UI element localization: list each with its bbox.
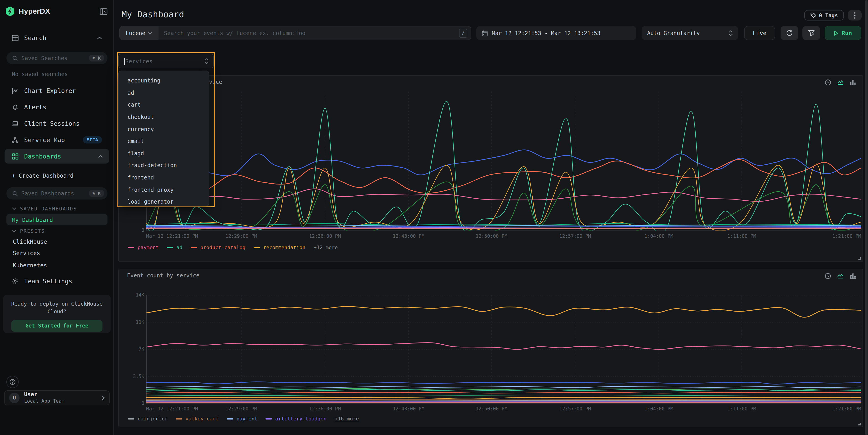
legend-item[interactable]: product-catalog: [191, 245, 245, 251]
y-tick-label: 0: [142, 227, 144, 233]
saved-dashboards-section[interactable]: SAVED DASHBOARDS: [12, 206, 77, 211]
promo-text: Ready to deploy on ClickHouse Cloud?: [9, 300, 104, 316]
x-tick-label: 12:29:00 PM: [225, 233, 257, 239]
x-tick-label: 12:43:00 PM: [393, 233, 425, 239]
sidebar-item-kubernetes[interactable]: Kubernetes: [13, 262, 47, 269]
chart-svg: [146, 295, 861, 404]
time-icon[interactable]: [825, 273, 831, 279]
saved-searches-placeholder: Saved Searches: [22, 55, 86, 61]
text-cursor: [124, 58, 125, 64]
user-menu[interactable]: U User Local App Team: [4, 391, 110, 405]
services-option[interactable]: checkout: [119, 111, 209, 123]
legend-item[interactable]: valkey-cart: [176, 416, 219, 422]
sidebar-item-team-settings[interactable]: Team Settings: [12, 277, 102, 286]
sidebar-item-client-sessions[interactable]: Client Sessions: [12, 119, 102, 128]
legend-label: ad: [177, 245, 183, 251]
scrollbar-thumb[interactable]: [865, 0, 868, 435]
sidebar-item-my-dashboard[interactable]: My Dashboard: [6, 214, 107, 225]
panel-title: Event count by service: [127, 272, 199, 279]
legend-item[interactable]: recommendation: [254, 245, 305, 251]
run-label: Run: [842, 30, 852, 36]
dashboard-menu-button[interactable]: [848, 10, 862, 21]
services-option[interactable]: flagd: [119, 147, 209, 159]
chevron-down-icon: [12, 229, 17, 232]
panel-resize-handle[interactable]: [857, 421, 861, 426]
event-search-bar[interactable]: Lucene Search your events w/ Lucene ex. …: [119, 26, 471, 40]
sidebar-item-service-map[interactable]: Service Map BETA: [12, 135, 102, 145]
create-dashboard-button[interactable]: + Create Dashboard: [12, 171, 102, 180]
get-started-button[interactable]: Get Started for Free: [11, 320, 102, 331]
app-title: HyperDX: [19, 7, 50, 15]
services-option[interactable]: currency: [119, 123, 209, 135]
logo[interactable]: HyperDX: [5, 6, 50, 17]
services-option[interactable]: frontend: [119, 172, 209, 184]
services-option[interactable]: frontend-proxy: [119, 184, 209, 196]
chart-plot-area[interactable]: [146, 92, 861, 230]
page-scrollbar[interactable]: [865, 0, 868, 435]
query-language-label: Lucene: [126, 30, 146, 36]
legend-item[interactable]: artillery-loadgen: [266, 416, 327, 422]
filter-button[interactable]: [802, 26, 820, 40]
chart-svg: [146, 92, 861, 230]
series-blue: [146, 382, 861, 384]
services-option[interactable]: fraud-detection: [119, 159, 209, 172]
sidebar-item-chart-explorer[interactable]: Chart Explorer: [12, 86, 102, 95]
play-icon: [834, 30, 838, 36]
services-option[interactable]: accounting: [119, 75, 209, 87]
sidebar-collapse-icon[interactable]: [100, 8, 107, 15]
saved-dashboards-input[interactable]: Saved Dashboards ⌘ K: [6, 187, 107, 199]
legend-item[interactable]: cainjector: [128, 416, 167, 422]
tags-button[interactable]: 0 Tags: [804, 10, 844, 21]
time-range-value: Mar 12 12:21:53 - Mar 12 13:21:53: [492, 30, 600, 36]
chart-panel-latency: vice 0 Mar 12 12:21:00 PM12:29:00 PM12:3…: [118, 75, 863, 262]
legend-swatch: [227, 418, 233, 420]
sidebar-item-clickhouse[interactable]: ClickHouse: [13, 238, 47, 245]
bar-chart-icon[interactable]: [850, 79, 856, 86]
saved-searches-input[interactable]: Saved Searches ⌘ K: [6, 52, 107, 64]
services-option[interactable]: ad: [119, 87, 209, 99]
legend-swatch: [176, 418, 182, 420]
series-loadgen-yellow: [146, 306, 861, 317]
time-icon[interactable]: [825, 79, 831, 86]
time-range-picker[interactable]: Mar 12 12:21:53 - Mar 12 13:21:53: [476, 26, 636, 40]
granularity-select[interactable]: Auto Granularity: [642, 26, 738, 40]
query-language-select[interactable]: Lucene: [120, 26, 158, 40]
line-chart-icon[interactable]: [837, 273, 844, 279]
legend-item[interactable]: ad: [167, 245, 183, 251]
services-select-input[interactable]: Services: [118, 54, 214, 68]
help-button[interactable]: [6, 376, 19, 388]
chart-plot-area[interactable]: [146, 295, 861, 404]
panel-toolbar: [825, 79, 856, 86]
sidebar-item-services[interactable]: Services: [13, 250, 40, 256]
x-axis-labels: Mar 12 12:21:00 PM12:29:00 PM12:36:00 PM…: [146, 233, 861, 240]
services-option[interactable]: cart: [119, 99, 209, 111]
legend-item[interactable]: payment: [128, 245, 159, 251]
bar-chart-icon[interactable]: [850, 273, 856, 279]
legend-swatch: [254, 247, 260, 248]
sidebar-item-label: Search: [24, 34, 46, 41]
calendar-icon: [482, 30, 488, 36]
line-chart-icon[interactable]: [837, 79, 844, 86]
sidebar-item-dashboards[interactable]: Dashboards: [5, 149, 109, 163]
services-placeholder: Services: [125, 58, 205, 64]
live-button[interactable]: Live: [744, 26, 775, 40]
x-tick-label: 12:29:00 PM: [225, 406, 257, 411]
presets-section[interactable]: PRESETS: [12, 228, 45, 234]
services-option-list: accountingadcartcheckoutcurrencyemailfla…: [118, 71, 209, 206]
panel-resize-handle[interactable]: [857, 256, 861, 260]
legend-more-link[interactable]: +12 more: [314, 245, 338, 251]
refresh-button[interactable]: [781, 26, 798, 40]
chevron-down-icon: [12, 207, 17, 210]
sidebar-item-search[interactable]: Search: [12, 33, 102, 42]
sidebar-item-alerts[interactable]: Alerts: [12, 102, 102, 112]
legend-item[interactable]: payment: [227, 416, 257, 422]
services-option[interactable]: load-generator: [119, 196, 209, 206]
tags-label: 0 Tags: [819, 12, 838, 19]
page-title: My Dashboard: [122, 9, 184, 19]
series-recommendation: [146, 164, 861, 230]
services-option[interactable]: email: [119, 135, 209, 147]
legend-more-link[interactable]: +16 more: [335, 416, 359, 422]
run-button[interactable]: Run: [825, 26, 861, 40]
x-tick-label: 12:43:00 PM: [393, 406, 425, 411]
x-tick-label: 12:50:00 PM: [476, 233, 507, 239]
